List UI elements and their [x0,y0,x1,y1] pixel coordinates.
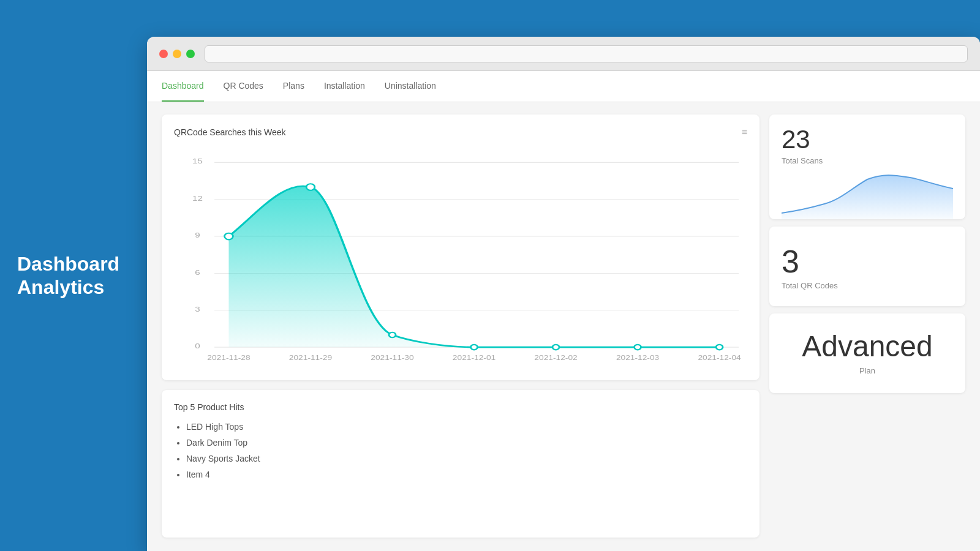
traffic-lights [159,50,195,58]
svg-point-18 [716,345,723,350]
minimize-button[interactable] [173,50,181,58]
tab-dashboard[interactable]: Dashboard [162,71,204,102]
svg-text:2021-11-28: 2021-11-28 [207,354,251,362]
nav-tabs: Dashboard QR Codes Plans Installation Un… [147,71,980,102]
svg-text:2021-12-03: 2021-12-03 [616,354,660,362]
total-qr-codes-number: 3 [782,246,953,277]
list-item: Item 4 [186,470,747,479]
total-qr-codes-card: 3 Total QR Codes [769,227,965,306]
mini-chart [782,170,953,219]
browser-content: Dashboard QR Codes Plans Installation Un… [147,71,980,551]
plan-label: Plan [859,366,875,375]
address-bar[interactable] [205,45,968,62]
list-item: LED High Tops [186,422,747,432]
svg-text:15: 15 [192,157,203,165]
chart-header: QRCode Searches this Week ≡ [174,127,747,138]
svg-text:0: 0 [195,342,200,350]
svg-point-17 [635,345,641,350]
total-scans-number: 23 [782,127,953,152]
tab-qr-codes[interactable]: QR Codes [224,71,263,102]
svg-point-14 [389,332,396,337]
tab-uninstallation[interactable]: Uninstallation [385,71,436,102]
hits-list: LED High Tops Dark Denim Top Navy Sports… [174,422,747,479]
svg-text:12: 12 [192,194,203,202]
svg-point-16 [552,345,559,350]
right-panel: 23 Total Scans [769,114,965,538]
close-button[interactable] [159,50,168,58]
list-item: Navy Sports Jacket [186,454,747,463]
browser-chrome [147,37,980,71]
browser-window: Dashboard QR Codes Plans Installation Un… [147,37,980,551]
chart-card: QRCode Searches this Week ≡ 0 3 6 9 12 1… [162,114,760,380]
total-qr-codes-label: Total QR Codes [782,281,953,290]
left-panel: QRCode Searches this Week ≡ 0 3 6 9 12 1… [162,114,760,538]
hits-card: Top 5 Product Hits LED High Tops Dark De… [162,390,760,538]
svg-point-15 [471,345,478,350]
total-scans-card: 23 Total Scans [769,114,965,219]
svg-text:6: 6 [195,268,200,276]
svg-text:2021-12-01: 2021-12-01 [453,354,496,362]
svg-text:2021-12-04: 2021-12-04 [698,354,741,362]
hits-title: Top 5 Product Hits [174,402,747,412]
chart-svg: 0 3 6 9 12 15 [174,148,747,368]
svg-point-12 [225,233,233,240]
svg-text:2021-12-02: 2021-12-02 [534,354,578,362]
svg-text:9: 9 [195,231,200,239]
menu-icon[interactable]: ≡ [742,127,747,138]
plan-card: Advanced Plan [769,313,965,393]
plan-name: Advanced [802,332,933,361]
tab-installation[interactable]: Installation [324,71,365,102]
svg-text:2021-11-29: 2021-11-29 [289,354,333,362]
svg-text:2021-11-30: 2021-11-30 [371,354,414,362]
chart-title: QRCode Searches this Week [174,127,286,137]
svg-point-13 [306,184,315,190]
total-scans-label: Total Scans [782,156,953,165]
tab-plans[interactable]: Plans [283,71,304,102]
list-item: Dark Denim Top [186,438,747,448]
sidebar-label: Dashboard Analytics [17,252,119,299]
maximize-button[interactable] [186,50,195,58]
svg-text:3: 3 [195,305,200,313]
main-layout: QRCode Searches this Week ≡ 0 3 6 9 12 1… [147,102,980,550]
chart-container: 0 3 6 9 12 15 [174,148,747,368]
